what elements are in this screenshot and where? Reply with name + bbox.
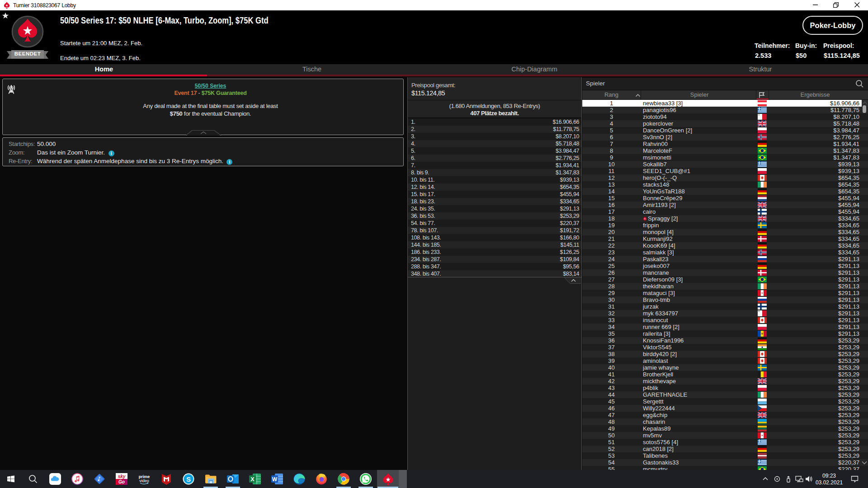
svg-text:W: W xyxy=(272,476,278,483)
svg-text:S: S xyxy=(186,475,191,483)
svg-text:X: X xyxy=(250,476,255,483)
svg-text:video: video xyxy=(139,479,149,483)
svg-text:sky: sky xyxy=(118,474,126,479)
svg-text:Go: Go xyxy=(118,479,125,484)
